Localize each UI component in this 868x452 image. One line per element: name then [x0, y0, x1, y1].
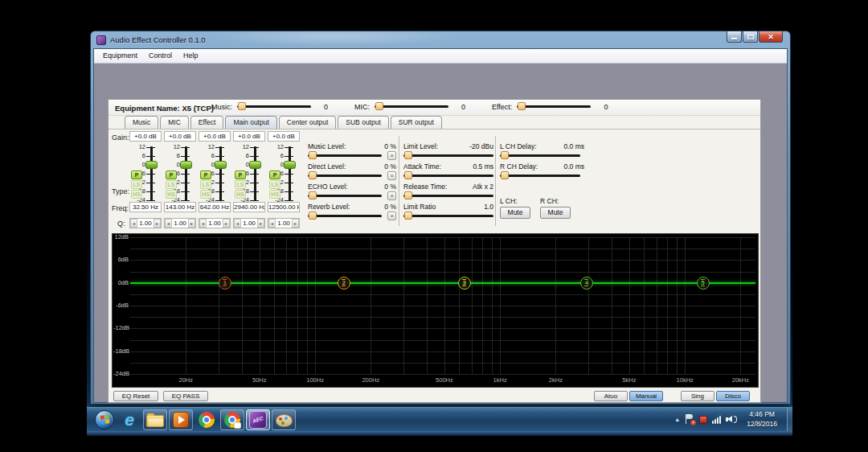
eq-band-marker-5[interactable]: 5 [697, 277, 710, 290]
paint-taskbar-button[interactable] [272, 409, 296, 430]
show-desktop-button[interactable] [787, 408, 792, 432]
spin-left-arrow[interactable]: ◂ [130, 219, 137, 228]
eq-band-slider-2[interactable]: 1260-6-12-18-24PLSHS [164, 144, 196, 203]
filter-type-ls-button-5[interactable]: LS [269, 180, 280, 189]
mode-manual-button[interactable]: Manual [629, 391, 663, 401]
gain-value-3[interactable]: +0.0 dB [199, 131, 231, 142]
spin-right-arrow[interactable]: ▸ [257, 219, 264, 228]
slider-release-time[interactable] [403, 191, 493, 200]
slider-handle[interactable] [145, 161, 158, 169]
tab-main-output[interactable]: Main output [225, 116, 276, 129]
freq-value-4[interactable]: 2940.00 Hz [233, 202, 265, 212]
internet-explorer-taskbar-button[interactable]: e [117, 409, 141, 430]
security-alert-icon[interactable] [699, 416, 707, 424]
chrome-secondary-taskbar-button[interactable] [220, 409, 244, 430]
master-slider-music[interactable] [237, 102, 311, 111]
tray-expand-icon[interactable]: ▲ [674, 417, 680, 422]
q-spinner-2[interactable]: ◂1.00▸ [164, 218, 196, 228]
filter-type-p-button-3[interactable]: P [200, 171, 211, 179]
slider-echo-level[interactable] [308, 191, 382, 200]
spin-right-arrow[interactable]: ▸ [154, 219, 161, 228]
slider-handle[interactable] [309, 212, 317, 220]
slider-direct-level[interactable] [308, 171, 382, 180]
eq-band-marker-4[interactable]: 4 [580, 277, 593, 290]
tab-center-output[interactable]: Center output [279, 116, 337, 129]
level-menu-button[interactable]: ≡ [387, 191, 396, 200]
spin-left-arrow[interactable]: ◂ [165, 219, 172, 228]
slider-handle[interactable] [404, 212, 412, 220]
mode-disco-button[interactable]: Disco [716, 391, 750, 401]
freq-value-5[interactable]: 12500.00 H [268, 202, 300, 212]
eq-band-slider-4[interactable]: 1260-6-12-18-24PLSHS [233, 144, 265, 203]
filter-type-hs-button-1[interactable]: HS [131, 190, 142, 199]
q-spinner-1[interactable]: ◂1.00▸ [129, 218, 162, 228]
eq-band-slider-5[interactable]: 1260-6-12-18-24PLSHS [268, 144, 300, 203]
slider-handle[interactable] [518, 102, 526, 110]
minimize-button[interactable] [727, 31, 742, 43]
freq-value-1[interactable]: 32.50 Hz [129, 202, 162, 212]
menu-control[interactable]: Control [143, 49, 178, 63]
spin-right-arrow[interactable]: ▸ [188, 219, 195, 228]
action-center-flag-icon[interactable]: ✕ [685, 414, 694, 425]
freq-value-2[interactable]: 143.00 Hz [164, 202, 196, 212]
tab-sub-output[interactable]: SUB output [338, 116, 388, 129]
slider-handle[interactable] [375, 102, 383, 110]
eq-band-slider-1[interactable]: 1260-6-12-18-24PLSHS [129, 144, 162, 203]
slider-handle[interactable] [309, 191, 317, 199]
slider-reverb-level[interactable] [308, 212, 382, 220]
master-slider-effect[interactable] [517, 102, 591, 111]
tab-sur-output[interactable]: SUR output [391, 116, 442, 129]
filter-type-ls-button-1[interactable]: LS [131, 180, 142, 189]
slider-handle[interactable] [284, 161, 296, 169]
eq-pass-button[interactable]: EQ PASS [163, 391, 208, 401]
slider-handle[interactable] [404, 171, 412, 179]
start-button[interactable] [92, 409, 117, 430]
gain-value-2[interactable]: +0.0 dB [164, 131, 196, 142]
slider-r-ch-delay[interactable] [500, 171, 580, 180]
taskbar-clock[interactable]: 4:46 PM12/8/2016 [742, 410, 782, 429]
close-button[interactable]: ✕ [759, 31, 783, 43]
q-spinner-3[interactable]: ◂1.00▸ [199, 218, 231, 228]
eq-band-marker-1[interactable]: 1 [219, 277, 231, 290]
slider-handle[interactable] [501, 151, 509, 159]
filter-type-hs-button-2[interactable]: HS [166, 190, 177, 199]
slider-handle[interactable] [404, 151, 412, 159]
menu-help[interactable]: Help [178, 49, 204, 63]
slider-l-ch-delay[interactable] [500, 151, 580, 160]
slider-handle[interactable] [249, 161, 261, 169]
q-spinner-4[interactable]: ◂1.00▸ [233, 218, 265, 228]
slider-handle[interactable] [501, 171, 509, 179]
mute-button-right[interactable]: Mute [540, 207, 571, 219]
filter-type-p-button-4[interactable]: P [235, 171, 246, 179]
spin-left-arrow[interactable]: ◂ [268, 219, 276, 228]
level-menu-button[interactable]: ≡ [387, 151, 396, 160]
slider-handle[interactable] [238, 102, 246, 110]
slider-limit-ratio[interactable] [403, 212, 493, 220]
mute-button-left[interactable]: Mute [500, 207, 530, 219]
tab-mic[interactable]: MIC [160, 116, 189, 129]
file-explorer-taskbar-button[interactable] [143, 409, 167, 430]
slider-handle[interactable] [215, 161, 227, 169]
filter-type-ls-button-3[interactable]: LS [200, 180, 211, 189]
eq-reset-button[interactable]: EQ Reset [113, 391, 158, 401]
spin-right-arrow[interactable]: ▸ [292, 219, 299, 228]
level-menu-button[interactable]: ≡ [387, 212, 396, 220]
slider-handle[interactable] [309, 151, 317, 159]
eq-band-marker-3[interactable]: 3 [458, 277, 471, 290]
level-menu-button[interactable]: ≡ [387, 171, 396, 180]
tab-effect[interactable]: Effect [190, 116, 224, 129]
audio-effect-controller-taskbar-button[interactable]: AEC [246, 409, 270, 430]
eq-band-marker-2[interactable]: 2 [338, 277, 350, 290]
gain-value-5[interactable]: +0.0 dB [268, 131, 300, 142]
spin-left-arrow[interactable]: ◂ [199, 219, 207, 228]
filter-type-hs-button-4[interactable]: HS [235, 190, 246, 199]
menu-equipment[interactable]: Equipment [97, 49, 143, 63]
spin-left-arrow[interactable]: ◂ [234, 219, 241, 228]
spin-right-arrow[interactable]: ▸ [223, 219, 230, 228]
mode-sing-button[interactable]: Sing [681, 391, 714, 401]
window-titlebar[interactable]: Audio Effect Controller 0.1.0 ✕ [93, 31, 788, 48]
volume-speaker-icon[interactable] [726, 415, 737, 424]
filter-type-hs-button-5[interactable]: HS [269, 190, 280, 199]
tab-music[interactable]: Music [125, 116, 158, 129]
eq-band-slider-3[interactable]: 1260-6-12-18-24PLSHS [199, 144, 231, 203]
